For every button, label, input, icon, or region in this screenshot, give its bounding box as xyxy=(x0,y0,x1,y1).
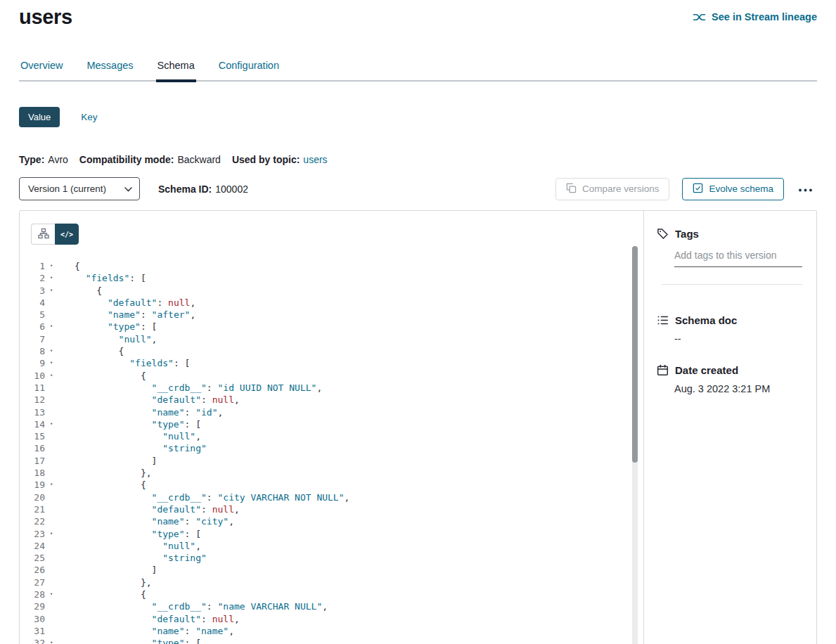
schema-editor: </> 1▾{2▾"fields": [3▾{4"default": null,… xyxy=(20,211,643,644)
compatibility-value: Backward xyxy=(177,154,220,165)
code-text: "null", xyxy=(75,540,201,552)
fold-toggle-icon[interactable]: ▾ xyxy=(45,260,58,272)
code-text: "name": "name", xyxy=(75,625,234,637)
fold-toggle-icon[interactable]: ▾ xyxy=(45,479,58,491)
code-text: "name": "id", xyxy=(75,406,223,418)
tab-configuration[interactable]: Configuration xyxy=(217,56,281,80)
code-text: "type": [ xyxy=(75,637,201,644)
code-text: "type": [ xyxy=(75,528,201,540)
fold-toggle-icon[interactable]: ▾ xyxy=(45,370,58,382)
date-created-title: Date created xyxy=(675,364,738,376)
evolve-schema-button[interactable]: Evolve schema xyxy=(682,178,784,200)
fold-toggle-icon[interactable]: ▾ xyxy=(45,357,58,369)
tab-overview[interactable]: Overview xyxy=(19,56,64,80)
schema-doc-value: -- xyxy=(674,333,802,344)
tree-view-button[interactable] xyxy=(31,224,55,245)
line-number: 20 xyxy=(25,491,45,503)
tags-title: Tags xyxy=(675,228,699,240)
editor-scrollbar-thumb[interactable] xyxy=(632,246,638,463)
list-icon xyxy=(657,314,669,326)
code-view-button[interactable]: </> xyxy=(55,224,79,245)
code-line-32: 32▾"type": [ xyxy=(25,637,643,644)
code-line-22: 22"name": "city", xyxy=(25,515,643,527)
line-number: 29 xyxy=(25,600,45,612)
fold-toggle-icon[interactable]: ▾ xyxy=(45,272,58,284)
code-line-28: 28▾{ xyxy=(25,588,643,600)
code-text: { xyxy=(75,285,102,297)
code-text: "fields": [ xyxy=(75,357,190,369)
compare-versions-label: Compare versions xyxy=(582,183,660,194)
code-line-1: 1▾{ xyxy=(25,260,643,272)
code-text: "default": null, xyxy=(75,394,240,406)
code-line-9: 9▾"fields": [ xyxy=(25,357,643,369)
line-number: 22 xyxy=(25,515,45,527)
schema-id-group: Schema ID: 100002 xyxy=(158,183,248,195)
line-number: 12 xyxy=(25,394,45,406)
line-number: 30 xyxy=(25,613,45,625)
add-tags-input[interactable] xyxy=(674,250,802,267)
fold-toggle-icon[interactable]: ▾ xyxy=(45,418,58,430)
fold-toggle-icon[interactable]: ▾ xyxy=(45,528,58,540)
code-line-24: 24"null", xyxy=(25,540,643,552)
version-actions: Compare versions Evolve schema xyxy=(555,178,817,200)
stream-lineage-icon xyxy=(693,12,706,22)
fold-toggle-icon[interactable]: ▾ xyxy=(45,588,58,600)
fold-toggle-icon[interactable]: ▾ xyxy=(45,321,58,333)
line-number: 32 xyxy=(25,637,45,644)
code-text: "type": [ xyxy=(75,321,157,333)
fold-toggle-icon[interactable]: ▾ xyxy=(45,637,58,644)
compare-versions-button[interactable]: Compare versions xyxy=(555,178,670,200)
version-select-value: Version 1 (current) xyxy=(28,183,106,194)
schema-doc-title: Schema doc xyxy=(675,314,737,326)
fold-toggle-icon[interactable]: ▾ xyxy=(45,285,58,297)
compatibility-group: Compatibility mode: Backward xyxy=(79,154,221,165)
date-created-section-header: Date created xyxy=(657,364,802,376)
code-text: "null", xyxy=(75,333,157,345)
line-number: 23 xyxy=(25,528,45,540)
line-number: 27 xyxy=(25,577,45,588)
tab-schema[interactable]: Schema xyxy=(156,56,196,82)
line-number: 26 xyxy=(25,564,45,576)
type-value: Avro xyxy=(48,154,68,165)
code-line-23: 23▾"type": [ xyxy=(25,528,643,540)
code-line-11: 11"__crdb__": "id UUID NOT NULL", xyxy=(25,382,643,394)
version-select[interactable]: Version 1 (current) xyxy=(19,177,140,200)
code-text: }, xyxy=(75,577,152,588)
line-number: 6 xyxy=(25,321,45,333)
tab-bar: OverviewMessagesSchemaConfiguration xyxy=(19,56,817,82)
topic-link[interactable]: users xyxy=(303,154,327,165)
code-line-27: 27}, xyxy=(25,577,643,588)
code-view-icon: </> xyxy=(60,231,73,238)
code-text: "default": null, xyxy=(75,613,240,625)
code-line-7: 7"null", xyxy=(25,333,643,345)
line-number: 31 xyxy=(25,625,45,637)
line-number: 21 xyxy=(25,503,45,515)
code-text: "default": null, xyxy=(75,297,195,309)
stream-lineage-link[interactable]: See in Stream lineage xyxy=(693,11,817,22)
line-number: 17 xyxy=(25,455,45,467)
line-number: 16 xyxy=(25,442,45,454)
chevron-down-icon xyxy=(124,183,132,194)
code-line-14: 14▾"type": [ xyxy=(25,418,643,430)
fold-toggle-icon[interactable]: ▾ xyxy=(45,345,58,357)
line-number: 13 xyxy=(25,406,45,418)
code-line-13: 13"name": "id", xyxy=(25,406,643,418)
schema-id-value: 100002 xyxy=(215,183,248,195)
line-number: 7 xyxy=(25,333,45,345)
line-number: 5 xyxy=(25,309,45,321)
code-line-6: 6▾"type": [ xyxy=(25,321,643,333)
line-number: 9 xyxy=(25,357,45,369)
value-key-toggle: Value Key xyxy=(19,107,817,127)
code-text: { xyxy=(75,260,80,272)
line-number: 2 xyxy=(25,272,45,284)
code-line-16: 16"string" xyxy=(25,442,643,454)
compare-copy-icon xyxy=(566,183,577,195)
code-text: "default": null, xyxy=(75,503,240,515)
editor-scrollbar[interactable] xyxy=(632,246,638,644)
tab-messages[interactable]: Messages xyxy=(85,56,134,80)
key-toggle-button[interactable]: Key xyxy=(81,112,97,122)
value-toggle-button[interactable]: Value xyxy=(19,107,60,127)
line-number: 1 xyxy=(25,260,45,272)
evolve-schema-label: Evolve schema xyxy=(709,183,773,194)
more-options-button[interactable] xyxy=(794,181,817,197)
